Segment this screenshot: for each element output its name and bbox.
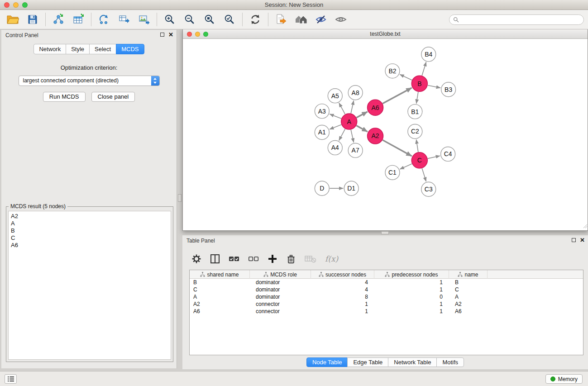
zoom-in-icon[interactable]: [160, 11, 180, 28]
graph-edge-A-A8[interactable]: [351, 100, 354, 113]
result-item[interactable]: A6: [11, 242, 168, 249]
graph-edge-A-A4[interactable]: [339, 129, 345, 141]
table-row[interactable]: Bdominator41B: [190, 279, 583, 286]
network-from-selection-icon[interactable]: [94, 11, 114, 28]
network-window-titlebar[interactable]: testGlobe.txt: [183, 29, 588, 39]
graph-edge-B-B1[interactable]: [416, 92, 418, 104]
graph-edge-A-A6[interactable]: [356, 112, 367, 118]
zoom-selected-icon[interactable]: [220, 11, 239, 28]
minimize-network-icon[interactable]: [195, 32, 200, 37]
export-image-icon[interactable]: [134, 11, 154, 28]
search-field[interactable]: [449, 14, 584, 25]
close-panel-icon[interactable]: ✕: [168, 32, 173, 38]
graph-node-label: B2: [388, 67, 396, 75]
import-network-icon[interactable]: [48, 11, 68, 28]
tab-style[interactable]: Style: [66, 44, 90, 54]
column-header-shared-name[interactable]: shared name: [190, 270, 250, 279]
graph-edge-A-A3[interactable]: [330, 114, 341, 119]
clone-network-icon[interactable]: [114, 11, 134, 28]
select-all-icon[interactable]: [229, 255, 239, 263]
tab-network-table[interactable]: Network Table: [388, 357, 437, 367]
search-icon: [453, 17, 459, 23]
trash-icon[interactable]: [286, 254, 296, 264]
graph-edge-A2-C[interactable]: [382, 140, 412, 156]
task-list-icon[interactable]: [5, 374, 17, 384]
float-table-panel-icon[interactable]: [572, 238, 576, 242]
home-icon[interactable]: [291, 11, 311, 28]
criterion-dropdown[interactable]: largest connected component (directed): [19, 76, 160, 86]
tab-node-table[interactable]: Node Table: [306, 357, 348, 367]
result-item[interactable]: C: [11, 234, 168, 242]
graph-edge-B-B4[interactable]: [422, 62, 426, 76]
table-cell: A6: [190, 308, 250, 315]
search-input[interactable]: [461, 17, 580, 23]
graphics-details-icon[interactable]: [311, 11, 331, 28]
graph-edge-A-A7[interactable]: [351, 130, 354, 143]
graph-edge-A-A1[interactable]: [330, 124, 341, 129]
minimize-window-icon[interactable]: [13, 2, 19, 8]
graph-edge-C-C2[interactable]: [416, 139, 418, 152]
column-header-successor-nodes[interactable]: successor nodes: [311, 270, 374, 279]
open-file-icon[interactable]: [271, 11, 291, 28]
network-graph[interactable]: B4B2BB3A8A5A6B1A3AC2A1A2A4A7C4CC1C3DD1: [183, 39, 588, 230]
tab-mcds[interactable]: MCDS: [116, 44, 144, 54]
graph-edge-C-C1[interactable]: [400, 164, 412, 169]
column-header-predecessor-nodes[interactable]: predecessor nodes: [374, 270, 449, 279]
graph-edge-A6-B[interactable]: [382, 88, 411, 104]
import-table-icon[interactable]: [68, 11, 88, 28]
split-column-icon[interactable]: [210, 254, 220, 264]
result-item[interactable]: B: [11, 227, 168, 234]
graph-edge-A-A5[interactable]: [339, 103, 345, 114]
gear-icon[interactable]: [191, 254, 201, 264]
tab-select[interactable]: Select: [89, 44, 116, 54]
graph-edge-B-B3[interactable]: [428, 85, 440, 88]
eye-icon[interactable]: [331, 11, 351, 28]
table-cell: 1: [374, 308, 449, 315]
graph-node-label: A7: [352, 147, 359, 154]
tab-network[interactable]: Network: [33, 44, 66, 54]
tab-motifs[interactable]: Motifs: [436, 357, 464, 367]
column-header-name[interactable]: name: [449, 270, 488, 279]
table-cell: 0: [374, 293, 449, 300]
close-table-panel-icon[interactable]: ✕: [580, 237, 585, 243]
maximize-network-icon[interactable]: [203, 32, 208, 37]
unselect-all-icon[interactable]: [248, 255, 259, 263]
zoom-window-icon[interactable]: [22, 2, 28, 8]
float-panel-icon[interactable]: [160, 33, 164, 37]
result-item[interactable]: A2: [11, 213, 168, 220]
graph-edge-C-C3[interactable]: [422, 168, 426, 181]
graph-edge-A-A2[interactable]: [356, 125, 368, 132]
network-canvas[interactable]: B4B2BB3A8A5A6B1A3AC2A1A2A4A7C4CC1C3DD1: [183, 39, 588, 230]
open-session-icon[interactable]: [3, 11, 23, 28]
table-tabs: Node TableEdge TableNetwork TableMotifs: [182, 357, 588, 367]
graph-node-label: B: [417, 80, 421, 87]
resize-grip-icon[interactable]: [583, 222, 587, 230]
table-row[interactable]: Adominator80A: [190, 293, 583, 300]
refresh-view-icon[interactable]: [245, 11, 265, 28]
table-toolbar: f(x): [191, 251, 338, 267]
table-row[interactable]: A2connector11A2: [190, 300, 583, 308]
zoom-fit-icon[interactable]: [200, 11, 220, 28]
control-panel-title: Control Panel: [5, 32, 38, 38]
graph-edge-B-B2[interactable]: [400, 74, 412, 80]
add-icon[interactable]: [268, 254, 277, 264]
graph-node-label: A1: [318, 129, 326, 136]
table-row[interactable]: Cdominator41C: [190, 286, 583, 293]
table-row[interactable]: A6connector11A6: [190, 308, 583, 315]
table-cell: A6: [449, 308, 488, 315]
graph-edge-C-C4[interactable]: [428, 156, 440, 158]
save-session-icon[interactable]: [23, 11, 43, 28]
control-panel: Control Panel ✕ NetworkStyleSelectMCDS O…: [1, 30, 177, 368]
zoom-out-icon[interactable]: [180, 11, 200, 28]
column-header-MCDS-role[interactable]: MCDS role: [250, 270, 311, 279]
vertical-splitter[interactable]: [178, 194, 182, 202]
result-item[interactable]: A: [11, 220, 168, 227]
close-panel-button[interactable]: Close panel: [91, 92, 135, 102]
tab-edge-table[interactable]: Edge Table: [347, 357, 388, 367]
run-mcds-button[interactable]: Run MCDS: [43, 92, 86, 102]
close-window-icon[interactable]: [4, 2, 10, 8]
memory-button[interactable]: Memory: [545, 374, 583, 384]
close-network-icon[interactable]: [187, 32, 192, 37]
graph-node-label: C2: [411, 128, 419, 135]
horizontal-splitter[interactable]: [381, 231, 389, 234]
